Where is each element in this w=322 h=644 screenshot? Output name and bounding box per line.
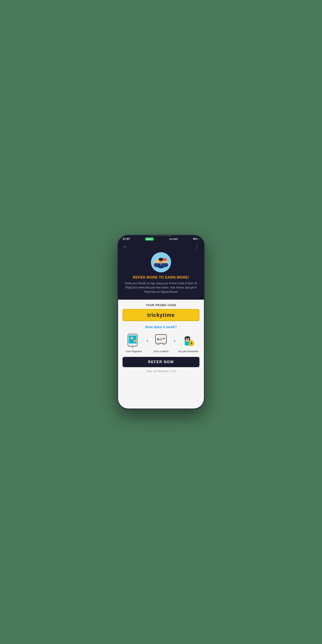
dark-header: REFER MORE TO EARN MORE! Invite your fri…	[118, 252, 204, 300]
svg-point-27	[162, 338, 164, 339]
step-game-label: Joins a Match	[154, 350, 168, 353]
svg-rect-31	[162, 344, 166, 345]
svg-point-38	[186, 339, 189, 341]
top-nav: ← ⋮	[118, 242, 204, 252]
status-center: 112 KB/S	[169, 238, 178, 240]
heading-description: Invite your friends on App using your Pr…	[122, 281, 200, 294]
note-text: *Note: 10 PlayCoins ≈ ₹ 10	[122, 370, 200, 373]
svg-rect-30	[156, 344, 160, 345]
status-right: 56% ○	[193, 238, 200, 240]
how-works-title: How does it work?	[122, 325, 200, 329]
game-icon	[153, 333, 169, 348]
chevron-1: ›	[146, 338, 148, 344]
speed-indicator: 112 KB/S	[169, 238, 178, 240]
record-button: REC	[145, 238, 154, 240]
step-game: Joins a Match	[150, 333, 172, 353]
svg-rect-14	[164, 263, 166, 265]
promo-code-box[interactable]: trickytime	[122, 309, 200, 321]
svg-rect-26	[157, 339, 159, 340]
record-label: REC	[148, 238, 152, 240]
promo-label: YOUR PROMO CODE	[122, 304, 200, 307]
promo-code-text: trickytime	[147, 312, 175, 318]
step-register-label: User Registers	[126, 350, 142, 353]
promo-code-wrapper: trickytime	[122, 309, 200, 325]
svg-point-19	[130, 337, 133, 340]
svg-point-36	[186, 338, 187, 339]
reward-icon: ₹	[180, 333, 196, 348]
phone-inner: 17:07 REC 112 KB/S 56% ○ ← ⋮	[118, 236, 204, 408]
svg-rect-17	[129, 336, 136, 344]
back-button[interactable]: ←	[122, 243, 129, 250]
more-button[interactable]: ⋮	[193, 243, 200, 250]
status-bar: 17:07 REC 112 KB/S 56% ○	[118, 236, 204, 242]
svg-point-20	[134, 340, 136, 342]
step-register: User Registers	[122, 333, 145, 353]
svg-point-29	[160, 338, 162, 340]
svg-point-18	[132, 347, 133, 348]
register-icon	[126, 333, 142, 348]
refer-now-button[interactable]: REFER NOW	[122, 357, 200, 367]
heading-title: REFER MORE TO EARN MORE!	[122, 276, 200, 280]
svg-point-15	[163, 258, 167, 261]
status-time: 17:07	[122, 237, 130, 240]
steps-row: User Registers ›	[122, 333, 200, 353]
svg-point-7	[158, 258, 164, 261]
svg-rect-43	[191, 340, 192, 341]
avatar-group	[151, 252, 171, 272]
svg-point-37	[188, 338, 189, 339]
battery-indicator: 56%	[193, 238, 198, 240]
svg-point-2	[155, 260, 159, 264]
chevron-2: ›	[174, 338, 176, 344]
avatar-svg	[152, 253, 170, 271]
svg-rect-22	[137, 340, 138, 342]
phone-shell: 17:07 REC 112 KB/S 56% ○ ← ⋮	[118, 235, 204, 409]
battery-icon: ○	[198, 238, 200, 240]
step-reward-label: You get Rewarded	[178, 350, 198, 353]
step-reward: ₹ You get Rewarded	[177, 333, 200, 353]
record-dot	[146, 238, 148, 240]
content-section: YOUR PROMO CODE trickytime How does it w…	[118, 300, 204, 408]
svg-point-28	[164, 338, 165, 339]
svg-text:₹: ₹	[190, 342, 192, 345]
